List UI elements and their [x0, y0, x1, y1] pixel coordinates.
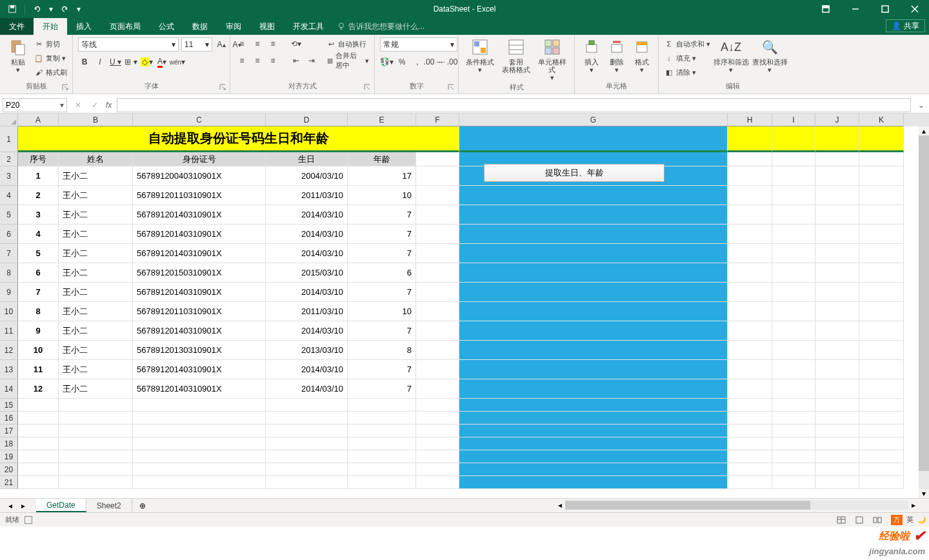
cell[interactable]: [859, 341, 904, 360]
cell[interactable]: [772, 205, 815, 225]
sheet-nav-prev[interactable]: ◂: [5, 501, 15, 511]
cell[interactable]: 56789120140310901X: [133, 205, 266, 225]
cell[interactable]: [815, 412, 859, 425]
copy-button[interactable]: 📋复制 ▾: [34, 52, 67, 65]
cell[interactable]: [459, 341, 728, 360]
col-header-J[interactable]: J: [815, 114, 859, 126]
page-layout-view-button[interactable]: [851, 514, 868, 526]
cell[interactable]: [772, 244, 815, 263]
cell[interactable]: [859, 450, 904, 463]
row-header-16[interactable]: 16: [0, 412, 18, 425]
cancel-formula-button[interactable]: ✕: [70, 97, 86, 113]
cell[interactable]: [18, 476, 59, 489]
undo-dropdown[interactable]: ▾: [47, 1, 55, 17]
row-header-14[interactable]: 14: [0, 379, 18, 399]
share-button[interactable]: 👤共享: [886, 19, 925, 32]
cell[interactable]: [728, 321, 772, 341]
cell[interactable]: 2014/03/10: [266, 244, 348, 263]
close-button[interactable]: [901, 0, 929, 18]
row-header-10[interactable]: 10: [0, 302, 18, 321]
cell[interactable]: [459, 425, 728, 437]
delete-cells-button[interactable]: 删除▾: [605, 37, 628, 74]
cell-styles-button[interactable]: 单元格样式▾: [535, 37, 569, 81]
cell[interactable]: [416, 476, 459, 489]
cell[interactable]: [416, 360, 459, 379]
cell[interactable]: [18, 399, 59, 412]
scroll-thumb-horizontal[interactable]: [565, 501, 810, 510]
merge-center-button[interactable]: ⊞合并后居中 ▾: [326, 54, 369, 67]
dialog-launcher[interactable]: [448, 84, 454, 90]
formula-bar[interactable]: [117, 98, 911, 112]
tab-review[interactable]: 审阅: [217, 18, 250, 35]
cell[interactable]: [728, 412, 772, 425]
tab-file[interactable]: 文件: [0, 18, 34, 35]
undo-button[interactable]: [29, 1, 46, 17]
decrease-decimal-button[interactable]: ←.00: [442, 55, 455, 68]
cell[interactable]: 王小二: [59, 166, 133, 186]
row-header-1[interactable]: 1: [0, 126, 18, 152]
increase-decimal-button[interactable]: .00→: [426, 55, 439, 68]
cell[interactable]: [815, 186, 859, 205]
cell[interactable]: [859, 437, 904, 450]
cell[interactable]: [459, 186, 728, 205]
qat-customize[interactable]: ▾: [74, 1, 83, 17]
cell[interactable]: [459, 302, 728, 321]
cell[interactable]: [728, 399, 772, 412]
col-header-F[interactable]: F: [416, 114, 459, 126]
cell[interactable]: [728, 379, 772, 399]
cell[interactable]: 56789120110310901X: [133, 186, 266, 205]
cell[interactable]: [133, 412, 266, 425]
cell[interactable]: [133, 437, 266, 450]
cell[interactable]: [416, 450, 459, 463]
cell[interactable]: [416, 463, 459, 476]
cell[interactable]: [815, 463, 859, 476]
cell[interactable]: [728, 263, 772, 283]
cell[interactable]: [459, 263, 728, 283]
cell[interactable]: [416, 412, 459, 425]
cell[interactable]: [815, 379, 859, 399]
cell[interactable]: [416, 205, 459, 225]
cell[interactable]: [815, 341, 859, 360]
border-button[interactable]: ⊞ ▾: [125, 55, 137, 68]
cell[interactable]: [859, 205, 904, 225]
tab-formulas[interactable]: 公式: [150, 18, 183, 35]
cell[interactable]: [859, 186, 904, 205]
cell[interactable]: [459, 463, 728, 476]
bold-button[interactable]: B: [78, 55, 91, 68]
currency-button[interactable]: 💱▾: [380, 55, 393, 68]
cell[interactable]: [459, 205, 728, 225]
cell[interactable]: [772, 302, 815, 321]
row-header-9[interactable]: 9: [0, 283, 18, 302]
cell[interactable]: [859, 302, 904, 321]
tab-layout[interactable]: 页面布局: [101, 18, 150, 35]
cell[interactable]: [266, 476, 348, 489]
cell[interactable]: 王小二: [59, 205, 133, 225]
cell[interactable]: 王小二: [59, 379, 133, 399]
underline-button[interactable]: U ▾: [109, 55, 122, 68]
cell[interactable]: [348, 412, 416, 425]
row-header-7[interactable]: 7: [0, 244, 18, 263]
save-button[interactable]: [4, 1, 21, 17]
dialog-launcher[interactable]: [219, 84, 226, 90]
cell[interactable]: [59, 437, 133, 450]
align-middle-button[interactable]: ≡: [251, 37, 264, 50]
cell[interactable]: 2015/03/10: [266, 263, 348, 283]
cell[interactable]: [266, 437, 348, 450]
cell[interactable]: 7: [348, 379, 416, 399]
sheet-nav-next[interactable]: ▸: [18, 501, 28, 511]
row-header-15[interactable]: 15: [0, 399, 18, 412]
cell[interactable]: [416, 425, 459, 437]
cell[interactable]: [772, 412, 815, 425]
cell[interactable]: [459, 225, 728, 244]
autosum-button[interactable]: Σ自动求和 ▾: [664, 37, 710, 50]
cell[interactable]: [728, 450, 772, 463]
cell[interactable]: [772, 450, 815, 463]
cell[interactable]: [772, 425, 815, 437]
cell[interactable]: 2014/03/10: [266, 283, 348, 302]
font-color-button[interactable]: A▾: [155, 55, 168, 68]
cell[interactable]: [459, 437, 728, 450]
orientation-button[interactable]: ⟲▾: [290, 37, 303, 50]
vertical-scrollbar[interactable]: ▴ ▾: [919, 126, 929, 498]
conditional-formatting-button[interactable]: 条件格式▾: [464, 37, 496, 74]
sheet-tab-getdate[interactable]: GetDate: [36, 499, 86, 512]
